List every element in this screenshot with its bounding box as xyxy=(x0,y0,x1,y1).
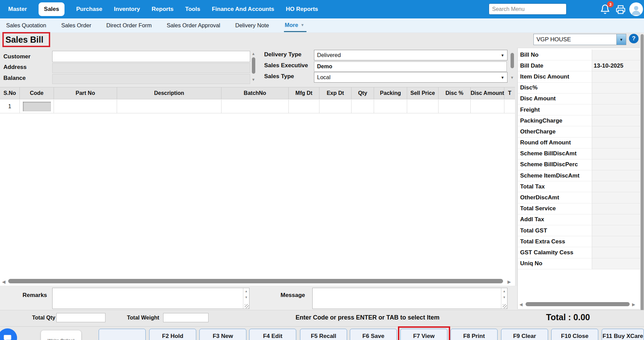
total-qty-input[interactable] xyxy=(56,313,105,322)
scroll-down-icon[interactable]: ▼ xyxy=(503,296,506,299)
code-entry-cell[interactable] xyxy=(23,102,51,111)
cell-code[interactable] xyxy=(20,100,54,113)
summary-value[interactable] xyxy=(592,159,640,170)
summary-value[interactable] xyxy=(592,247,640,258)
cell-disc-percent[interactable] xyxy=(439,100,471,113)
subnav-delivery-note[interactable]: Delivery Note xyxy=(235,22,269,29)
message-scroll-column[interactable]: ▲ ▼ xyxy=(501,288,507,309)
form-right-scrollbar-thumb[interactable] xyxy=(511,53,514,68)
f8-print-button[interactable]: F8 Print xyxy=(450,329,498,340)
subnav-direct-order-form[interactable]: Direct Order Form xyxy=(106,22,152,29)
f2-hold-button[interactable]: F2 Hold xyxy=(149,329,196,340)
delivery-type-select[interactable]: Delivered ▼ xyxy=(314,50,507,60)
summary-value[interactable] xyxy=(592,181,640,192)
summary-value[interactable] xyxy=(592,170,640,181)
total-weight-input[interactable] xyxy=(163,313,209,322)
hscroll-thumb[interactable] xyxy=(8,279,503,283)
form-scrollbar-thumb[interactable] xyxy=(252,57,255,74)
f10-close-button[interactable]: F10 Close xyxy=(551,329,598,340)
subnav-sales-order[interactable]: Sales Order xyxy=(61,22,91,29)
help-icon[interactable]: ? xyxy=(629,34,639,43)
panel-hscroll-left-icon[interactable]: ◀ xyxy=(519,302,523,307)
summary-value[interactable] xyxy=(592,94,640,104)
sales-executive-input[interactable]: Demo xyxy=(314,61,507,72)
summary-value[interactable]: 13-10-2025 xyxy=(592,60,640,71)
company-dropdown-button[interactable]: ▼ xyxy=(616,34,626,45)
summary-value[interactable] xyxy=(592,236,640,247)
f6-save-button[interactable]: F6 Save xyxy=(350,329,397,340)
summary-value[interactable] xyxy=(592,225,640,236)
cell-mfg-dt[interactable] xyxy=(289,100,319,113)
subnav-more-label: More xyxy=(285,22,298,28)
cell-disc-amount[interactable] xyxy=(471,100,504,113)
user-avatar[interactable] xyxy=(629,2,643,16)
topnav-item-ho-reports[interactable]: HO Reports xyxy=(286,6,318,13)
summary-value[interactable] xyxy=(592,83,640,94)
column-header-description: Description xyxy=(117,87,221,99)
resize-grip-icon[interactable] xyxy=(245,304,249,308)
cell-sell-price[interactable] xyxy=(407,100,439,113)
summary-value[interactable] xyxy=(592,115,640,126)
f7-view-button[interactable]: F7 View xyxy=(400,329,447,340)
function-button-blank[interactable] xyxy=(99,329,146,340)
customer-input[interactable] xyxy=(52,51,250,62)
printer-icon[interactable] xyxy=(616,4,626,15)
summary-value[interactable] xyxy=(592,192,640,203)
topnav-item-master[interactable]: Master xyxy=(8,6,27,13)
summary-value[interactable] xyxy=(592,49,640,60)
remarks-scroll-column[interactable]: ▲ ▼ xyxy=(243,288,249,309)
f4-edit-button[interactable]: F4 Edit xyxy=(249,329,296,340)
panel-hscroll-right-icon[interactable]: ▶ xyxy=(632,302,635,307)
remarks-textarea[interactable]: ▲ ▼ xyxy=(52,288,249,309)
summary-value[interactable] xyxy=(592,126,640,137)
topnav-item-reports[interactable]: Reports xyxy=(152,6,173,13)
table-row: 1 xyxy=(0,100,515,113)
cell-packing[interactable] xyxy=(374,100,407,113)
message-textarea[interactable]: ▲ ▼ xyxy=(312,288,507,309)
panel-hscroll-thumb[interactable] xyxy=(526,302,630,306)
subnav-more-menu[interactable]: More ▼ xyxy=(284,19,306,32)
summary-value[interactable] xyxy=(592,71,640,82)
cell-exp-dt[interactable] xyxy=(319,100,352,113)
scroll-up-icon[interactable]: ▲ xyxy=(503,289,506,293)
form-scroll-up-icon[interactable]: ▲ xyxy=(252,52,255,56)
items-grid-body[interactable] xyxy=(0,87,515,286)
summary-value[interactable] xyxy=(592,203,640,214)
scroll-down-icon[interactable]: ▼ xyxy=(245,296,248,299)
subnav-sales-quotation[interactable]: Sales Quotation xyxy=(6,22,46,29)
cell-truncated[interactable] xyxy=(504,100,515,113)
f3-new-button[interactable]: F3 New xyxy=(199,329,246,340)
cell-batchno[interactable] xyxy=(221,100,289,113)
cell-part-no[interactable] xyxy=(54,100,117,113)
f5-recall-button[interactable]: F5 Recall xyxy=(300,329,347,340)
topnav-item-sales[interactable]: Sales xyxy=(39,2,65,16)
hscroll-left-icon[interactable]: ◀ xyxy=(2,280,5,284)
hscroll-right-icon[interactable]: ▶ xyxy=(507,280,511,284)
resize-grip-icon[interactable] xyxy=(503,304,507,308)
summary-label: Scheme BillDiscAmt xyxy=(518,148,592,159)
f11-buy-xcare-button[interactable]: F11 Buy XCare xyxy=(602,329,644,340)
topnav-item-inventory[interactable]: Inventory xyxy=(114,6,140,13)
cell-description[interactable] xyxy=(117,100,221,113)
search-menu-input[interactable] xyxy=(489,3,567,15)
form-right-scroll-down-icon[interactable]: ▼ xyxy=(510,76,514,80)
summary-row-uniq-no: Uniq No xyxy=(518,258,640,269)
sales-type-select[interactable]: Local ▼ xyxy=(314,72,507,83)
cell-qty[interactable] xyxy=(352,100,374,113)
topnav-item-purchase[interactable]: Purchase xyxy=(76,6,102,13)
scroll-up-icon[interactable]: ▲ xyxy=(245,289,248,293)
summary-value[interactable] xyxy=(592,214,640,225)
f9-clear-button[interactable]: F9 Clear xyxy=(501,329,548,340)
topnav-item-tools[interactable]: Tools xyxy=(185,6,200,13)
summary-value[interactable] xyxy=(592,104,640,115)
topnav-item-finance-and-accounts[interactable]: Finance And Accounts xyxy=(212,6,274,13)
address-label: Address xyxy=(3,64,27,71)
summary-label: Scheme ItemDiscAmt xyxy=(518,170,592,181)
summary-value[interactable] xyxy=(592,138,640,148)
form-scroll-down-icon[interactable]: ▼ xyxy=(252,78,255,82)
company-selector[interactable]: VGP HOUSE ▼ xyxy=(533,34,626,45)
summary-value[interactable] xyxy=(592,148,640,159)
summary-value[interactable] xyxy=(592,258,640,269)
subnav-sales-order-approval[interactable]: Sales Order Approval xyxy=(167,22,220,29)
page-vscroll-thumb[interactable] xyxy=(641,34,644,334)
